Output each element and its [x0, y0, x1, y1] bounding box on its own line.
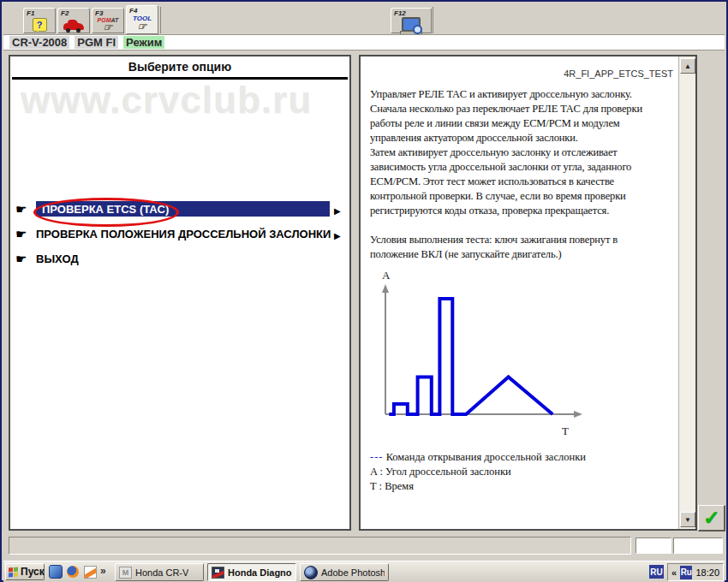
- test-description: Управляет РЕЛЕ TAC и активирует дроссель…: [370, 87, 675, 218]
- vehicle-icon: [58, 16, 89, 33]
- status-field-2: [673, 537, 723, 554]
- firefox-icon: [67, 566, 79, 578]
- tool-icon: TOOL ☞: [127, 14, 158, 33]
- option-list-panel: Выберите опцию www.crvclub.ru ☛ ПРОВЕРКА…: [9, 55, 351, 531]
- legend-t-text: T : Время: [370, 480, 414, 492]
- chart-y-axis-label: A: [382, 269, 391, 282]
- scroll-down-icon: ▼: [684, 516, 691, 524]
- hand-icon: ☞: [104, 21, 113, 33]
- tray-language-badge[interactable]: Ru: [680, 566, 692, 579]
- hand-pointer-icon: ☛: [15, 201, 36, 218]
- help-icon: ?: [24, 16, 55, 33]
- check-icon: ✓: [703, 508, 719, 528]
- function-key-toolbar: F1 ? F2 F3 PGMAT ☞ F4 TOOL ☞ F12: [3, 3, 725, 34]
- language-indicator-badge[interactable]: RU: [649, 565, 664, 579]
- scroll-down-button[interactable]: ▼: [680, 512, 695, 527]
- title-strip: CR-V-2008 PGM FI Режим: [3, 34, 725, 50]
- system-label: PGM FI: [75, 36, 118, 49]
- watermark: www.crvclub.ru: [21, 79, 312, 122]
- tray-chevron[interactable]: «: [671, 567, 677, 578]
- menu-item-label: ПРОВЕРКА ETCS (TAC): [36, 200, 175, 219]
- chart-x-axis-label: T: [562, 425, 569, 437]
- start-button-label: Пуск: [21, 566, 45, 578]
- tab-f12-system[interactable]: F12: [391, 8, 432, 33]
- tab-f2-vehicle[interactable]: F2: [57, 8, 90, 33]
- system-tray: « Ru 18:20: [667, 563, 724, 581]
- honda-crv-window-icon: M: [119, 567, 132, 579]
- taskbar-button-honda-crv[interactable]: M Honda CR-V: [115, 563, 204, 581]
- tab-f1-help[interactable]: F1 ?: [23, 8, 56, 33]
- mode-label: Режим: [123, 36, 164, 49]
- scroll-up-icon: ▲: [684, 62, 691, 70]
- legend-a-text: A : Угол дроссельной заслонки: [370, 466, 511, 478]
- confirm-button[interactable]: ✓: [698, 505, 725, 532]
- honda-diagnostic-window-icon: [212, 567, 224, 579]
- description-scrollbar[interactable]: ▲ ▼: [678, 56, 695, 529]
- photoshop-window-icon: [304, 566, 318, 579]
- chart-legend: --- Команда открывания дроссельной засло…: [370, 450, 675, 494]
- throttle-command-chart: A T: [372, 267, 677, 448]
- start-button[interactable]: Пуск: [5, 563, 45, 580]
- hand-icon: ☞: [138, 21, 147, 33]
- throttle-command-series: [389, 299, 552, 414]
- taskbar-button-photoshop[interactable]: Adobe Photoshop: [300, 563, 389, 581]
- toolbar-separator: [433, 7, 433, 33]
- tab-f3-pgm-at[interactable]: F3 PGMAT ☞: [92, 8, 124, 33]
- system-monitor-icon: [391, 16, 431, 33]
- application-window: F1 ? F2 F3 PGMAT ☞ F4 TOOL ☞ F12: [0, 0, 728, 582]
- quick-launch-overflow-chevron[interactable]: »: [100, 565, 106, 577]
- menu-item-throttle-position-check[interactable]: ☛ ПРОВЕРКА ПОЛОЖЕНИЯ ДРОССЕЛЬНОЙ ЗАСЛОНК…: [15, 226, 346, 245]
- menu-item-label: ВЫХОД: [36, 250, 79, 265]
- legend-command-text: Команда открывания дроссельной заслонки: [384, 451, 586, 463]
- pgm-at-icon: PGMAT ☞: [92, 16, 123, 33]
- taskbar: Пуск » M Honda CR-V Honda Diagnos... Ado…: [3, 561, 725, 582]
- status-bar: [9, 537, 631, 555]
- quick-launch-app2-icon[interactable]: [82, 564, 98, 579]
- option-menu: ☛ ПРОВЕРКА ETCS (TAC) ▶ ☛ ПРОВЕРКА ПОЛОЖ…: [15, 201, 346, 274]
- panel-title: Выберите опцию: [12, 60, 348, 80]
- taskbar-clock[interactable]: 18:20: [695, 567, 719, 578]
- scroll-up-button[interactable]: ▲: [680, 58, 695, 74]
- menu-item-etcs-test[interactable]: ☛ ПРОВЕРКА ETCS (TAC) ▶: [15, 201, 346, 220]
- quick-launch-app-icon[interactable]: [48, 564, 63, 579]
- hand-pointer-icon: ☛: [15, 226, 36, 243]
- status-field-1: [636, 537, 671, 554]
- test-conditions: Условия выполнения теста: ключ зажигания…: [370, 233, 675, 262]
- swoosh-app-icon: [84, 566, 97, 579]
- quick-launch-firefox[interactable]: [65, 564, 81, 579]
- description-panel: 4R_FI_APP_ETCS_TEST Управляет РЕЛЕ TAC и…: [359, 55, 697, 531]
- tab-f4-tool[interactable]: F4 TOOL ☞: [126, 5, 158, 34]
- media-app-icon: [49, 565, 63, 579]
- submenu-arrow-icon: ▶: [334, 226, 346, 245]
- windows-logo-icon: [9, 567, 18, 577]
- vehicle-label: CR-V-2008: [9, 36, 69, 49]
- description-content: 4R_FI_APP_ETCS_TEST Управляет РЕЛЕ TAC и…: [361, 56, 677, 529]
- toolbar-separator: [160, 7, 161, 33]
- menu-item-label: ПРОВЕРКА ПОЛОЖЕНИЯ ДРОССЕЛЬНОЙ ЗАСЛОНКИ: [36, 225, 331, 241]
- hand-pointer-icon: ☛: [15, 251, 36, 268]
- taskbar-button-honda-diagnostic[interactable]: Honda Diagnos...: [207, 563, 296, 581]
- submenu-arrow-icon: ▶: [334, 201, 346, 220]
- legend-line-sample: ---: [370, 451, 384, 463]
- document-id: 4R_FI_APP_ETCS_TEST: [370, 68, 673, 79]
- menu-item-exit[interactable]: ☛ ВЫХОД: [15, 251, 346, 268]
